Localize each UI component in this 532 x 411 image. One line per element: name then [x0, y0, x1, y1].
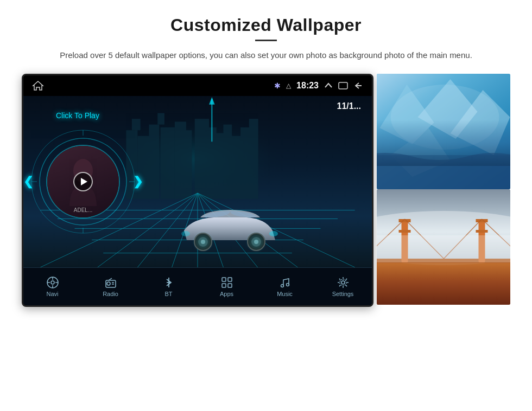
artist-name: ADEL...	[47, 207, 119, 213]
nav-item-bt[interactable]: BT	[150, 276, 188, 297]
status-bar: ✱ △ 18:23	[23, 75, 372, 96]
click-to-play-label: Click To Play	[56, 111, 99, 120]
nav-item-settings[interactable]: Settings	[324, 276, 362, 297]
svg-point-45	[192, 231, 214, 253]
svg-point-59	[107, 282, 110, 285]
radio-label: Radio	[103, 291, 118, 297]
page-title: Customized Wallpaper	[170, 15, 362, 35]
home-icon	[32, 80, 44, 91]
svg-point-51	[181, 231, 190, 236]
svg-rect-7	[149, 125, 159, 199]
nav-item-apps[interactable]: Apps	[208, 276, 246, 297]
apps-icon	[220, 276, 233, 289]
back-icon	[353, 82, 363, 89]
title-divider	[255, 40, 277, 41]
page-wrapper: Customized Wallpaper Preload over 5 defa…	[0, 0, 532, 411]
music-icon	[278, 276, 292, 289]
settings-icon	[337, 276, 350, 289]
svg-rect-64	[222, 278, 226, 281]
settings-label: Settings	[332, 291, 354, 297]
svg-point-70	[341, 281, 345, 284]
svg-rect-88	[476, 230, 488, 233]
svg-rect-81	[377, 260, 510, 305]
apps-label: Apps	[220, 291, 233, 297]
status-right: ✱ △ 18:23	[274, 81, 363, 91]
svg-rect-65	[228, 278, 232, 281]
music-player: ADEL... ❮ ❯	[40, 138, 126, 225]
nav-item-navi[interactable]: Navi	[34, 276, 72, 297]
svg-point-49	[245, 231, 267, 253]
chevron-up-icon	[324, 82, 333, 89]
svg-point-53	[51, 281, 54, 284]
next-button[interactable]: ❯	[133, 175, 143, 189]
svg-point-78	[391, 85, 499, 150]
svg-rect-66	[222, 284, 226, 287]
music-label: Music	[277, 291, 293, 297]
content-row: ✱ △ 18:23	[22, 74, 510, 307]
page-subtitle: Preload over 5 default wallpaper options…	[60, 49, 472, 62]
svg-point-71	[340, 279, 346, 286]
svg-rect-8	[157, 113, 164, 125]
thumbnail-bridge[interactable]	[377, 189, 510, 305]
bluetooth-status-icon: ✱	[274, 81, 281, 90]
wifi-status-icon: △	[286, 82, 291, 89]
car-svg	[176, 208, 284, 256]
radio-icon	[104, 276, 117, 289]
thumbnails-column	[377, 74, 510, 307]
album-art-container: ADEL...	[46, 145, 120, 219]
bt-icon	[162, 276, 175, 289]
prev-button[interactable]: ❮	[23, 175, 33, 189]
bt-label: BT	[164, 291, 172, 297]
status-left	[32, 80, 44, 91]
svg-rect-11	[183, 130, 192, 198]
thumbnail-ice[interactable]	[377, 74, 510, 189]
thumbnail-bridge-svg	[377, 189, 510, 305]
svg-marker-0	[33, 81, 43, 90]
svg-rect-93	[377, 235, 510, 262]
svg-point-68	[281, 285, 283, 287]
nav-item-radio[interactable]: Radio	[92, 276, 130, 297]
nav-item-music[interactable]: Music	[266, 276, 304, 297]
svg-marker-20	[209, 97, 215, 105]
navi-icon	[46, 276, 59, 289]
album-art: ADEL...	[47, 146, 119, 217]
play-button[interactable]	[73, 172, 93, 191]
status-time: 18:23	[296, 81, 319, 91]
screen-content: Click To Play 11/1...	[23, 96, 372, 267]
window-icon	[338, 82, 348, 89]
svg-rect-18	[249, 119, 258, 198]
thumbnail-ice-svg	[377, 74, 510, 189]
svg-rect-67	[228, 284, 232, 287]
play-icon	[81, 178, 87, 185]
date-display: 11/1...	[337, 101, 361, 111]
nav-bar: Navi Radio	[23, 267, 372, 305]
navi-label: Navi	[46, 291, 58, 297]
car-screen: ✱ △ 18:23	[22, 74, 373, 307]
svg-rect-1	[339, 82, 347, 89]
svg-point-69	[286, 284, 289, 286]
svg-rect-85	[399, 230, 411, 233]
svg-point-50	[269, 231, 278, 236]
